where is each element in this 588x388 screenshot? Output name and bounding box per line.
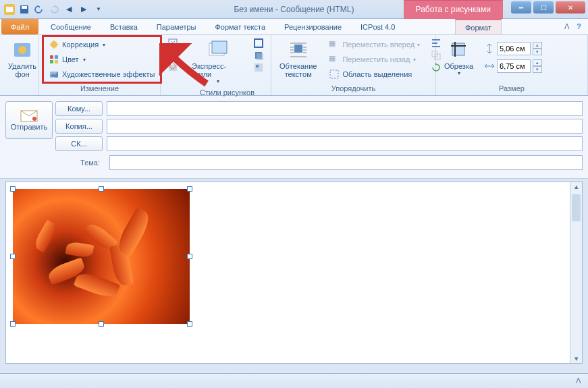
bcc-input[interactable] xyxy=(107,136,583,151)
svg-point-29 xyxy=(32,117,36,121)
corrections-icon xyxy=(49,39,59,50)
resize-handle-e[interactable] xyxy=(187,254,192,259)
undo-icon[interactable] xyxy=(34,4,45,15)
resize-handle-ne[interactable] xyxy=(187,186,192,192)
selected-image[interactable] xyxy=(13,189,190,324)
next-icon[interactable]: ▶ xyxy=(78,4,89,15)
scrollbar-thumb[interactable] xyxy=(572,194,581,221)
flower-image xyxy=(13,189,190,324)
effects-icon[interactable] xyxy=(253,50,264,61)
border-icon[interactable] xyxy=(253,38,264,49)
artistic-label: Художественные эффекты xyxy=(62,70,155,78)
color-button[interactable]: Цвет▾ xyxy=(46,53,164,66)
qat-dropdown-icon[interactable]: ▼ xyxy=(93,4,104,15)
ribbon-collapse-icon[interactable]: ᐱ xyxy=(564,22,570,31)
tab-format-text[interactable]: Формат текста xyxy=(205,19,275,34)
svg-rect-27 xyxy=(452,43,464,55)
compress-icon[interactable] xyxy=(167,38,178,49)
cc-button[interactable]: Копия... xyxy=(55,119,103,134)
statusbar-caret-icon[interactable]: ᐱ xyxy=(576,377,581,385)
artistic-effects-button[interactable]: Художественные эффекты▾ xyxy=(46,67,164,81)
window-title: Без имени - Сообщение (HTML) xyxy=(234,5,354,14)
change-picture-icon[interactable] xyxy=(167,50,178,61)
resize-handle-nw[interactable] xyxy=(10,186,16,192)
corrections-button[interactable]: Коррекция▾ xyxy=(46,38,164,51)
svg-rect-3 xyxy=(22,6,27,9)
group-styles: Экспресс-стили▾ Стили рисунков xyxy=(184,35,271,95)
save-icon[interactable] xyxy=(19,4,30,15)
redo-icon[interactable] xyxy=(49,4,59,15)
quick-styles-button[interactable]: Экспресс-стили▾ xyxy=(188,36,248,87)
crop-button[interactable]: Обрезка▾ xyxy=(440,36,477,79)
wrap-text-label: Обтекание текстом xyxy=(279,62,317,78)
backward-label: Переместить назад xyxy=(342,55,410,63)
svg-point-6 xyxy=(51,41,57,48)
color-label: Цвет xyxy=(62,55,79,63)
resize-handle-se[interactable] xyxy=(187,321,192,327)
resize-handle-n[interactable] xyxy=(99,186,104,192)
height-spinner[interactable]: ▴▾ xyxy=(533,42,542,55)
remove-bg-icon xyxy=(11,39,33,61)
vertical-scrollbar[interactable]: ▴ ▾ xyxy=(570,182,582,363)
send-backward-button[interactable]: ▦Переместить назад▾ xyxy=(326,53,423,66)
title-bar: ◀ ▶ ▼ Без имени - Сообщение (HTML) Работ… xyxy=(0,0,588,19)
tab-insert[interactable]: Вставка xyxy=(101,19,147,34)
rotate-handle[interactable] xyxy=(98,182,105,182)
svg-point-5 xyxy=(18,46,26,54)
quick-styles-icon xyxy=(207,39,229,61)
tab-file[interactable]: Файл xyxy=(1,19,38,34)
svg-rect-8 xyxy=(55,55,58,59)
tab-review[interactable]: Рецензирование xyxy=(275,19,351,34)
minimize-button[interactable]: ━ xyxy=(511,1,531,13)
maximize-button[interactable]: ☐ xyxy=(533,1,554,13)
svg-rect-10 xyxy=(55,60,58,63)
reset-picture-icon[interactable] xyxy=(167,62,178,73)
send-button[interactable]: Отправить xyxy=(5,101,53,139)
bcc-button[interactable]: СК... xyxy=(55,136,103,151)
help-icon[interactable]: ? xyxy=(577,22,581,31)
ribbon-help-area: ᐱ ? xyxy=(564,22,581,31)
to-input[interactable] xyxy=(107,101,583,116)
group-adjust: Коррекция▾ Цвет▾ Художественные эффекты▾… xyxy=(39,35,161,95)
resize-handle-w[interactable] xyxy=(10,254,16,259)
resize-handle-s[interactable] xyxy=(99,321,104,327)
tab-message[interactable]: Сообщение xyxy=(41,19,101,34)
remove-background-button[interactable]: Удалить фон xyxy=(4,36,41,81)
cc-input[interactable] xyxy=(107,119,583,134)
subject-label: Тема: xyxy=(5,159,105,167)
adjust-group-label: Изменение xyxy=(43,83,156,94)
remove-bg-label: Удалить фон xyxy=(8,62,36,78)
ribbon: Удалить фон Коррекция▾ Цвет▾ Художествен… xyxy=(0,35,588,96)
selection-pane-button[interactable]: Область выделения xyxy=(326,67,423,81)
forward-label: Переместить вперед xyxy=(342,40,415,49)
to-button[interactable]: Кому... xyxy=(55,101,103,116)
width-input[interactable] xyxy=(497,59,531,73)
crop-label: Обрезка xyxy=(444,62,473,70)
styles-group-label: Стили рисунков xyxy=(188,87,267,98)
tab-options[interactable]: Параметры xyxy=(147,19,206,34)
height-input[interactable] xyxy=(497,42,531,55)
window-buttons: ━ ☐ ✕ xyxy=(511,1,585,13)
wrap-text-icon xyxy=(288,39,309,61)
wrap-text-button[interactable]: Обтекание текстом xyxy=(275,36,321,81)
tab-icpost[interactable]: ICPost 4.0 xyxy=(351,19,404,34)
tab-format[interactable]: Формат xyxy=(455,19,502,34)
status-bar: ᐱ xyxy=(0,373,588,388)
message-body[interactable]: ▴ ▾ xyxy=(5,182,583,364)
group-arrange: Обтекание текстом ▦Переместить вперед▾ ▦… xyxy=(271,35,436,95)
close-button[interactable]: ✕ xyxy=(556,1,585,13)
resize-handle-sw[interactable] xyxy=(10,321,16,327)
layout-icon[interactable] xyxy=(253,62,264,73)
contextual-tab-label: Работа с рисунками xyxy=(404,0,503,19)
send-icon xyxy=(20,109,38,123)
group-adjust-extra xyxy=(161,35,184,95)
prev-icon[interactable]: ◀ xyxy=(63,4,74,15)
quick-access-toolbar: ◀ ▶ ▼ xyxy=(0,4,104,15)
bring-forward-button[interactable]: ▦Переместить вперед▾ xyxy=(326,38,423,51)
svg-point-14 xyxy=(173,51,178,55)
svg-rect-17 xyxy=(212,41,227,53)
group-size: Обрезка▾ ▴▾ ▴▾ Размер xyxy=(436,35,588,95)
subject-input[interactable] xyxy=(109,155,583,170)
send-label: Отправить xyxy=(11,123,48,131)
width-spinner[interactable]: ▴▾ xyxy=(533,59,542,73)
